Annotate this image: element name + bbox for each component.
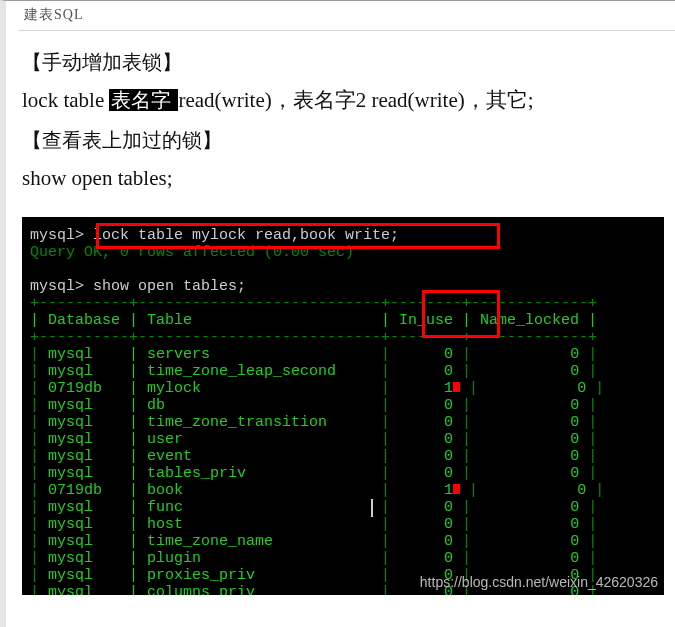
red-marker xyxy=(453,382,460,392)
table-row: | mysql | servers | 0 | 0 | xyxy=(30,346,656,363)
lock-table-line: lock table 表名字 read(write)，表名字2 read(wri… xyxy=(22,81,669,121)
query-ok: Query OK, 0 rows affected (0.00 sec) xyxy=(30,244,656,261)
table-row: | mysql | plugin | 0 | 0 | xyxy=(30,550,656,567)
mysql-prompt: mysql> xyxy=(30,227,84,244)
lock-table-suffix: read(write)，表名字2 read(write)，其它; xyxy=(178,88,533,112)
result-table: +----------+---------------------------+… xyxy=(30,295,656,595)
lock-table-highlight: 表名字 xyxy=(109,89,178,111)
show-open-tables-line: show open tables; xyxy=(22,159,669,199)
table-row: | 0719db | book | 1 | 0 | xyxy=(30,482,656,499)
document-content: 【手动增加表锁】 lock table 表名字 read(write)，表名字2… xyxy=(18,31,675,595)
watermark: https://blog.csdn.net/weixin_42620326 xyxy=(420,574,658,591)
table-row: | 0719db | mylock | 1 | 0 | xyxy=(30,380,656,397)
table-row: | mysql | func | 0 | 0 | xyxy=(30,499,656,516)
table-row: | mysql | user | 0 | 0 | xyxy=(30,431,656,448)
table-row: | mysql | db | 0 | 0 | xyxy=(30,397,656,414)
terminal-output: mysql> lock table mylock read,book write… xyxy=(22,217,664,595)
tab-bar: 建表SQL xyxy=(18,1,675,31)
lock-table-prefix: lock table xyxy=(22,88,109,112)
tab-sql[interactable]: 建表SQL xyxy=(20,4,87,26)
table-header: | Database | Table | In_use | Name_locke… xyxy=(30,312,656,329)
table-sep: +----------+---------------------------+… xyxy=(30,329,656,346)
table-row: | mysql | time_zone_leap_second | 0 | 0 … xyxy=(30,363,656,380)
lock-command: lock table mylock read,book write; xyxy=(84,227,399,244)
mysql-prompt: mysql> xyxy=(30,278,84,295)
table-row: | mysql | tables_priv | 0 | 0 | xyxy=(30,465,656,482)
table-row: | mysql | time_zone_transition | 0 | 0 | xyxy=(30,414,656,431)
table-sep: +----------+---------------------------+… xyxy=(30,295,656,312)
show-command: show open tables; xyxy=(84,278,246,295)
table-row: | mysql | event | 0 | 0 | xyxy=(30,448,656,465)
table-row: | mysql | host | 0 | 0 | xyxy=(30,516,656,533)
heading-show-locks: 【查看表上加过的锁】 xyxy=(22,121,669,159)
heading-manual-lock: 【手动增加表锁】 xyxy=(22,43,669,81)
table-row: | mysql | time_zone_name | 0 | 0 | xyxy=(30,533,656,550)
red-marker xyxy=(453,484,460,494)
